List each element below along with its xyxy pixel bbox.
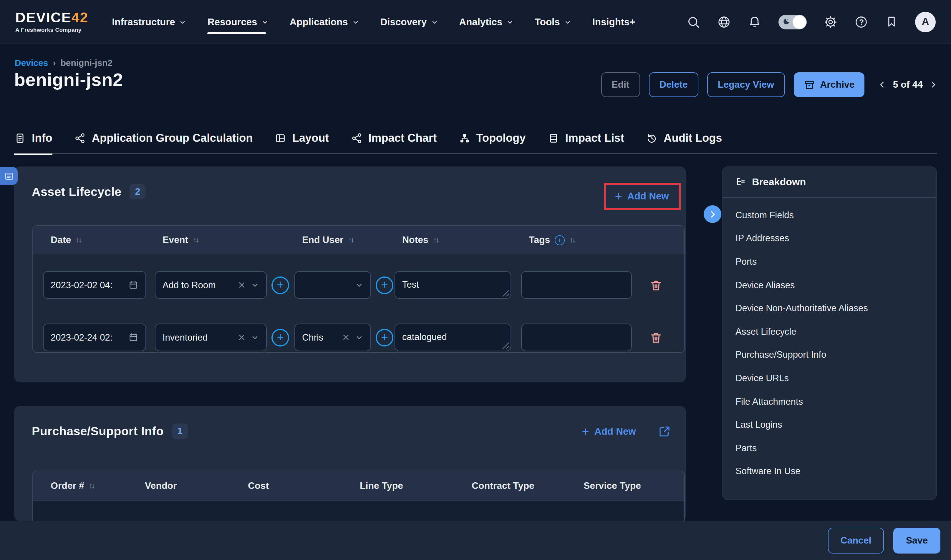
add-event-button[interactable]: +: [272, 329, 289, 346]
breakdown-item-ports[interactable]: Ports: [735, 250, 923, 273]
menu-applications[interactable]: Applications: [290, 0, 359, 44]
sort-icon[interactable]: ↑↓: [348, 236, 353, 244]
clear-x-icon[interactable]: [238, 281, 245, 289]
column-header-cost: Cost: [248, 481, 360, 491]
search-icon[interactable]: [687, 15, 700, 29]
event-select[interactable]: Inventoried: [155, 323, 267, 351]
device42-app: DEVICE42 A Freshworks Company Infrastruc…: [0, 0, 951, 560]
add-event-button[interactable]: +: [272, 276, 289, 294]
sort-icon[interactable]: ↑↓: [76, 236, 81, 244]
chevron-down-icon: [564, 19, 571, 26]
list-panel-icon: [4, 171, 14, 181]
add-end-user-button[interactable]: +: [376, 329, 394, 346]
column-header-end-user[interactable]: End User↑↓: [302, 235, 402, 245]
device42-logo[interactable]: DEVICE42 A Freshworks Company: [15, 11, 88, 33]
menu-resources[interactable]: Resources: [208, 0, 269, 44]
end-user-select[interactable]: Chris: [295, 323, 371, 351]
column-header-notes[interactable]: Notes↑↓: [402, 235, 529, 245]
calendar-icon[interactable]: [128, 332, 138, 342]
breakdown-item-device-urls[interactable]: Device URLs: [735, 366, 923, 390]
breakdown-item-parts[interactable]: Parts: [735, 437, 923, 460]
breakdown-item-file-attachments[interactable]: File Attachments: [735, 390, 923, 413]
date-input[interactable]: 2023-02-02 04:: [43, 271, 146, 299]
notes-textarea[interactable]: Test: [395, 271, 511, 299]
tab-audit-logs[interactable]: Audit Logs: [646, 123, 722, 154]
event-select[interactable]: Add to Room: [155, 271, 267, 299]
chevron-down-icon: [506, 19, 514, 26]
clear-x-icon[interactable]: [342, 334, 350, 341]
purchase-add-new-button[interactable]: + Add New: [582, 425, 636, 437]
chevron-down-icon[interactable]: [251, 281, 259, 289]
info-icon: i: [555, 235, 565, 245]
globe-icon[interactable]: [717, 15, 731, 29]
menu-insights[interactable]: Insights+: [592, 0, 635, 44]
tab-layout[interactable]: Layout: [275, 123, 329, 154]
side-panel-toggle[interactable]: [0, 167, 18, 185]
end-user-cell: +: [295, 271, 395, 299]
sort-icon[interactable]: ↑↓: [570, 236, 574, 244]
external-link-icon[interactable]: [658, 425, 671, 437]
asset-lifecycle-header: Asset Lifecycle 2: [14, 166, 686, 199]
tab-impact-chart[interactable]: Impact Chart: [350, 123, 437, 154]
breakdown-item-device-aliases[interactable]: Device Aliases: [735, 274, 923, 297]
breakdown-item-ip-addresses[interactable]: IP Addresses: [735, 227, 923, 250]
column-header-date[interactable]: Date↑↓: [51, 235, 162, 245]
sort-icon[interactable]: ↑↓: [193, 236, 198, 244]
clear-x-icon[interactable]: [238, 334, 245, 341]
archive-box-icon: [803, 79, 815, 90]
date-input[interactable]: 2023-02-24 02:: [43, 323, 146, 351]
resize-handle[interactable]: [501, 341, 509, 349]
sort-icon[interactable]: ↑↓: [89, 482, 94, 490]
tags-input[interactable]: [521, 271, 632, 299]
sort-icon[interactable]: ↑↓: [433, 236, 438, 244]
breakdown-item-software-in-use[interactable]: Software In Use: [735, 460, 923, 483]
delete-button[interactable]: Delete: [649, 72, 698, 97]
trash-icon[interactable]: [650, 278, 662, 291]
resize-handle[interactable]: [501, 289, 509, 297]
breakdown-item-purchase-support-info[interactable]: Purchase/Support Info: [735, 343, 923, 366]
trash-icon[interactable]: [650, 331, 662, 344]
breadcrumb-devices-link[interactable]: Devices: [15, 58, 48, 68]
end-user-select[interactable]: [295, 271, 371, 299]
chevron-down-icon[interactable]: [355, 333, 363, 342]
calendar-icon[interactable]: [128, 280, 138, 290]
column-header-tags[interactable]: Tagsi↑↓: [529, 235, 653, 245]
prev-record-icon[interactable]: [878, 81, 886, 89]
archive-button[interactable]: Archive: [794, 72, 865, 97]
legacy-view-button[interactable]: Legacy View: [707, 72, 785, 97]
theme-toggle[interactable]: [778, 14, 807, 29]
breakdown-item-device-non-authoritative-aliases[interactable]: Device Non-Authoritative Aliases: [735, 297, 923, 320]
settings-gear-icon[interactable]: [824, 15, 837, 29]
bookmark-icon[interactable]: [885, 15, 898, 28]
menu-infrastructure[interactable]: Infrastructure: [112, 0, 186, 44]
help-icon[interactable]: ?: [854, 15, 868, 29]
add-end-user-button[interactable]: +: [376, 276, 394, 294]
cancel-button[interactable]: Cancel: [828, 528, 884, 554]
chevron-down-icon[interactable]: [355, 281, 363, 289]
tab-application-group-calculation[interactable]: Application Group Calculation: [74, 123, 253, 154]
column-header-order[interactable]: Order #↑↓: [51, 481, 145, 491]
notes-textarea[interactable]: catalogued: [395, 323, 511, 351]
chevron-down-icon[interactable]: [251, 333, 259, 342]
breakdown-item-last-logins[interactable]: Last Logins: [735, 413, 923, 437]
menu-analytics[interactable]: Analytics: [459, 0, 514, 44]
tags-input[interactable]: [521, 323, 632, 351]
breakdown-item-asset-lifecycle[interactable]: Asset Lifecycle: [735, 320, 923, 343]
save-button[interactable]: Save: [893, 528, 940, 554]
chevron-down-icon: [179, 19, 186, 26]
column-header-event[interactable]: Event↑↓: [162, 235, 302, 245]
tab-topology[interactable]: Topology: [459, 123, 526, 154]
user-avatar[interactable]: A: [915, 11, 936, 32]
page-title: benigni-jsn2: [14, 69, 123, 91]
tab-impact-list[interactable]: Impact List: [547, 123, 624, 154]
menu-tools[interactable]: Tools: [535, 0, 571, 44]
notifications-bell-icon[interactable]: [748, 15, 761, 29]
edit-button[interactable]: Edit: [601, 72, 640, 97]
toggle-knob: [793, 15, 806, 29]
menu-discovery[interactable]: Discovery: [380, 0, 438, 44]
tab-info[interactable]: Info: [14, 123, 52, 154]
collapse-sidebar-button[interactable]: [704, 205, 721, 223]
asset-add-new-button[interactable]: + Add New: [615, 190, 669, 202]
next-record-icon[interactable]: [929, 81, 937, 89]
breakdown-item-custom-fields[interactable]: Custom Fields: [735, 203, 923, 227]
